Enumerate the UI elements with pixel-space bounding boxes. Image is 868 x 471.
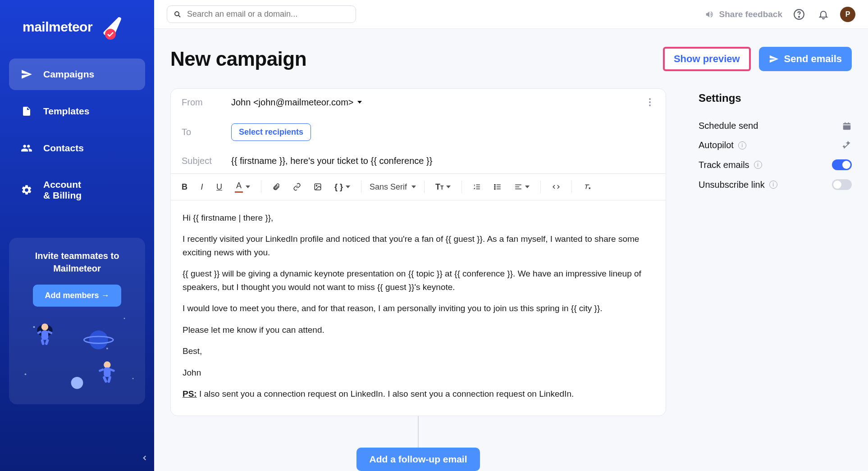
- subject-value[interactable]: {{ firstname }}, here's your ticket to {…: [231, 156, 432, 166]
- body-paragraph: {{ guest }} will be giving a dynamic key…: [183, 267, 654, 294]
- svg-point-8: [71, 377, 83, 389]
- bold-button[interactable]: B: [177, 179, 192, 195]
- sidebar-item-contacts[interactable]: Contacts: [9, 132, 145, 164]
- body-paragraph: Best,: [183, 344, 654, 358]
- setting-schedule-send[interactable]: Schedule send: [699, 116, 852, 136]
- sidebar-item-label: Account & Billing: [43, 179, 82, 201]
- invite-title: Invite teammates to Mailmeteor: [18, 249, 136, 275]
- notifications-button[interactable]: [816, 7, 831, 22]
- help-icon: [793, 9, 805, 20]
- invite-teammates-card: Invite teammates to Mailmeteor Add membe…: [9, 238, 145, 404]
- megaphone-icon: [705, 9, 715, 19]
- svg-point-31: [494, 186, 495, 187]
- send-emails-button[interactable]: Send emails: [759, 47, 852, 71]
- avatar[interactable]: P: [840, 7, 855, 22]
- chevron-down-icon: [246, 186, 250, 188]
- send-icon: [769, 54, 779, 64]
- unordered-list-button[interactable]: [489, 179, 506, 195]
- info-icon: i: [754, 161, 762, 169]
- settings-title: Settings: [699, 92, 852, 104]
- clear-formatting-button[interactable]: [578, 179, 596, 195]
- italic-button[interactable]: I: [196, 179, 208, 195]
- attachment-button[interactable]: [268, 179, 285, 195]
- search-box[interactable]: [167, 5, 356, 23]
- share-feedback-button[interactable]: Share feedback: [705, 9, 782, 19]
- info-icon: i: [738, 141, 746, 149]
- variables-button[interactable]: { }: [330, 179, 355, 195]
- track-emails-toggle[interactable]: [832, 159, 852, 170]
- code-view-button[interactable]: [547, 179, 565, 195]
- ordered-list-button[interactable]: [468, 179, 485, 195]
- add-follow-up-button[interactable]: Add a follow-up email: [356, 448, 480, 471]
- align-button[interactable]: [510, 179, 534, 195]
- topbar: Share feedback P: [154, 0, 868, 29]
- add-members-button[interactable]: Add members →: [33, 285, 121, 307]
- subject-label: Subject: [182, 156, 218, 166]
- unsubscribe-link-toggle[interactable]: [832, 179, 852, 190]
- align-icon: [514, 183, 522, 191]
- follow-up-connector: [418, 416, 419, 448]
- svg-point-4: [25, 373, 27, 375]
- svg-point-32: [494, 188, 495, 189]
- ps-text: I also sent you a connection request on …: [197, 389, 574, 399]
- sidebar-item-account-billing[interactable]: Account & Billing: [9, 169, 145, 211]
- sidebar-item-campaigns[interactable]: Campaigns: [9, 59, 145, 90]
- chevron-down-icon: [346, 186, 350, 188]
- svg-point-10: [41, 324, 48, 331]
- more-options-button[interactable]: [645, 96, 655, 109]
- svg-point-1: [33, 326, 35, 328]
- sidebar-item-templates[interactable]: Templates: [9, 95, 145, 127]
- sidebar-item-label: Templates: [43, 106, 89, 117]
- brand-logo[interactable]: mailmeteor: [23, 14, 145, 41]
- text-color-button[interactable]: A: [230, 177, 255, 196]
- image-button[interactable]: [309, 179, 326, 195]
- svg-point-22: [175, 12, 179, 16]
- clear-format-icon: [583, 183, 592, 191]
- document-icon: [21, 105, 32, 117]
- body-paragraph: Please let me know if you can attend.: [183, 323, 654, 336]
- setting-autopilot[interactable]: Autopilot i: [699, 136, 852, 155]
- setting-label-text: Autopilot: [699, 140, 734, 150]
- font-label: Sans Serif: [370, 182, 407, 192]
- search-icon: [174, 10, 182, 18]
- bell-icon: [818, 9, 829, 20]
- chevron-down-icon: [357, 101, 362, 104]
- setting-label-text: Track emails: [699, 160, 749, 170]
- from-value: John <john@mailmeteor.com>: [231, 97, 354, 108]
- subject-row: Subject {{ firstname }}, here's your tic…: [171, 149, 666, 173]
- more-vertical-icon: [649, 98, 651, 107]
- svg-point-6: [89, 331, 108, 349]
- font-family-selector[interactable]: Sans Serif: [368, 180, 418, 195]
- setting-label-text: Unsubscribe link: [699, 180, 765, 190]
- space-illustration: [9, 310, 145, 404]
- font-size-button[interactable]: TT: [431, 179, 455, 195]
- avatar-initial: P: [845, 10, 850, 18]
- search-input[interactable]: [187, 9, 349, 19]
- sidebar: mailmeteor Campaigns Template: [0, 0, 154, 471]
- email-body-editor[interactable]: Hi {{ firstname | there }}, I recently v…: [171, 200, 666, 416]
- chevron-down-icon: [525, 186, 530, 188]
- svg-point-26: [649, 101, 651, 103]
- svg-point-2: [124, 318, 125, 319]
- svg-rect-33: [843, 123, 851, 130]
- follow-up-section: Add a follow-up email: [170, 416, 666, 471]
- svg-rect-17: [104, 367, 110, 377]
- body-paragraph: PS: I also sent you a connection request…: [183, 387, 654, 400]
- show-preview-button[interactable]: Show preview: [663, 47, 751, 71]
- help-button[interactable]: [791, 7, 807, 22]
- select-recipients-button[interactable]: Select recipients: [231, 123, 311, 141]
- paperclip-icon: [272, 183, 280, 191]
- send-label: Send emails: [784, 53, 842, 65]
- link-button[interactable]: [288, 179, 306, 195]
- svg-point-25: [649, 98, 651, 100]
- underline-button[interactable]: U: [212, 179, 227, 195]
- svg-point-5: [132, 378, 134, 379]
- from-selector[interactable]: John <john@mailmeteor.com>: [231, 97, 362, 108]
- body-paragraph: Hi {{ firstname | there }},: [183, 211, 654, 224]
- feedback-label: Share feedback: [719, 9, 782, 19]
- text-size-icon: TT: [435, 182, 443, 192]
- sidebar-collapse-button[interactable]: [141, 454, 149, 462]
- braces-icon: { }: [334, 182, 343, 192]
- info-icon: i: [769, 181, 777, 189]
- page-title: New campaign: [170, 48, 306, 70]
